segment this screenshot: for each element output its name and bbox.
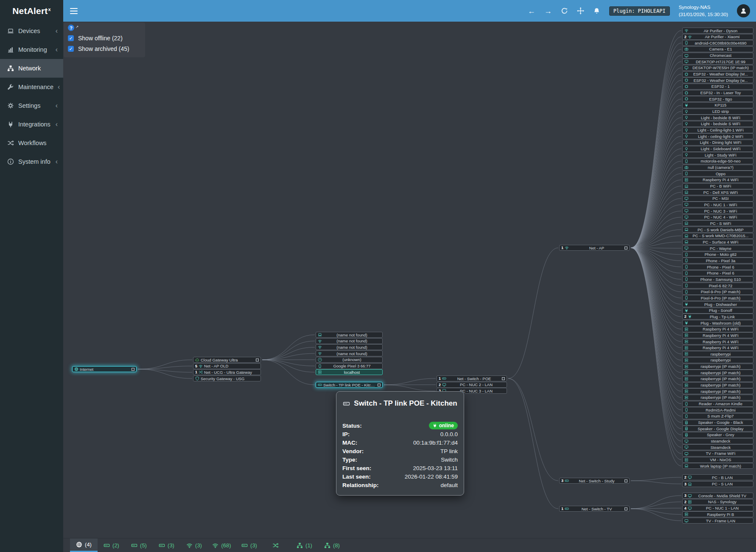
graph-node-wifi-devices-12[interactable]: KP115 [682,102,753,108]
graph-node-wifi-devices-49[interactable]: Raspberry Pi 4 WiFi [682,332,753,338]
graph-node-wifi-devices-59[interactable]: raspberrypi (IP match) [682,395,753,401]
graph-node-wifi-devices-15[interactable]: Light - bedside S WiFi [682,121,753,127]
graph-node-console[interactable]: 3Console - Nvidia Shield TV [682,493,753,499]
graph-node-wifi-devices-68[interactable]: TV - Frame WiFi [682,451,753,457]
graph-node-wifi-devices-2[interactable]: android-C8C08b93c00e4690 [682,40,753,46]
sidebar-item-settings[interactable]: Settings ‹ [0,96,63,115]
graph-node-ucg[interactable]: 1Net - UCG - Ultra Gateway [193,369,261,375]
graph-node-wifi-devices-21[interactable]: motorola-edge-50-neo [682,158,753,164]
graph-node-wifi-devices-63[interactable]: Speaker - Google - Black [682,420,753,426]
graph-node-usg[interactable]: Security Gateway - USG [193,375,261,381]
graph-node-wifi-devices-55[interactable]: raspberrypi (IP match) [682,370,753,375]
graph-node-cloud-gw[interactable]: Cloud Gateway Ultra [193,357,261,363]
graph-node-rpi-b[interactable]: Raspberry Pi B [682,511,753,517]
sidebar-item-monitoring[interactable]: Monitoring ‹ [0,40,63,59]
graph-node-wifi-devices-25[interactable]: PC - B WiFi [682,183,753,189]
graph-node-wifi-devices-39[interactable]: Phone - Pixel 6 [682,270,753,276]
graph-node-wifi-devices-64[interactable]: Speaker - Google Display [682,426,753,432]
graph-node-nnf1[interactable]: (name not found) [316,332,383,338]
graph-node-ap-old[interactable]: 5Net - AP OLD [193,363,261,369]
graph-node-gpixel[interactable]: Google Pixel 3 66:77 [316,363,383,369]
graph-node-wifi-devices-31[interactable]: PC - S WiFi [682,220,753,226]
tab-router-1[interactable]: (2) [98,538,125,552]
graph-node-sw-study[interactable]: 3Net - Switch - Study [559,478,630,484]
graph-node-wifi-devices-11[interactable]: ESP32 - ttgo [682,96,753,102]
graph-node-sw-poe[interactable]: 1Net - Switch - POE [437,375,507,381]
sidebar-toggle-button[interactable] [63,0,84,22]
show-offline-checkbox[interactable]: ✓ Show offline (22) [68,35,141,42]
graph-node-tv-frame-lan[interactable]: TV - Frame LAN [682,518,753,524]
graph-node-wifi-devices-70[interactable]: Work laptop (IP match) [682,463,753,469]
graph-node-wifi-devices-14[interactable]: Light - bedside B WiFi [682,115,753,120]
graph-node-wifi-devices-44[interactable]: Plug - Dishwasher [682,301,753,307]
help-icon[interactable]: ? [68,25,74,31]
graph-node-wifi-devices-41[interactable]: Pixel-6 82:72 [682,283,753,289]
sidebar-item-network[interactable]: Network [0,59,63,78]
graph-node-wifi-devices-33[interactable]: PC - S work MMD-C70B2015... [682,233,753,239]
graph-node-wifi-devices-46[interactable]: 2Plug - Tp-Link [682,314,753,319]
graph-node-nnf4[interactable]: (name not found) [316,350,383,356]
graph-node-wifi-devices-62[interactable]: S mum Z-Flip7 [682,413,753,419]
graph-node-nnf3[interactable]: (name not found) [316,344,383,350]
graph-node-wifi-devices-32[interactable]: PC - S work Daniels-MBP [682,227,753,233]
graph-node-net-ap[interactable]: 1Net - AP [559,245,630,251]
graph-node-pc-s-lan[interactable]: 3PC - S LAN [682,481,753,487]
tab-router-3[interactable]: (3) [153,538,180,552]
graph-node-wifi-devices-36[interactable]: Phone - Moto g82 [682,252,753,258]
sidebar-item-system-info[interactable]: System info ‹ [0,152,63,171]
sidebar-item-devices[interactable]: Devices ‹ [0,22,63,40]
graph-node-wifi-devices-40[interactable]: Phone - Samsung S10 [682,276,753,282]
graph-node-wifi-devices-7[interactable]: ESP32 - Weather Display (M... [682,71,753,77]
tab-wifi-1[interactable]: (3) [180,538,208,552]
graph-node-wifi-devices-4[interactable]: Chromecast [682,53,753,59]
graph-node-wifi-devices-10[interactable]: ESP32 - In - Laser Toy [682,90,753,96]
graph-node-wifi-devices-65[interactable]: Speaker - Grey [682,432,753,438]
graph-node-localhost[interactable]: localhost [316,369,383,375]
node-expand-button[interactable] [624,247,627,249]
graph-node-wifi-devices-42[interactable]: Pixel-9-Pro (IP match) [682,289,753,295]
graph-node-wifi-devices-45[interactable]: Plug - Sonoff [682,308,753,314]
graph-node-wifi-devices-5[interactable]: DESKTOP-H7J17GE 1E:99 [682,59,753,64]
graph-node-wifi-devices-19[interactable]: Light - Sideboard WiFi [682,146,753,152]
graph-node-pc-b-lan[interactable]: 2PC - B LAN [682,474,753,480]
tab-router-2[interactable]: (5) [125,538,153,552]
graph-node-wifi-devices-35[interactable]: PC - Wayne [682,245,753,251]
graph-node-wifi-devices-43[interactable]: Pixel-9-Pro (IP match) [682,295,753,301]
sidebar-item-integrations[interactable]: Integrations ‹ [0,115,63,134]
forward-icon[interactable]: → [544,7,552,15]
graph-node-wifi-devices-34[interactable]: PC - Surface 4 WiFi [682,239,753,245]
graph-node-wifi-devices-67[interactable]: Steamdeck [682,444,753,450]
graph-node-wifi-devices-54[interactable]: raspberrypi (IP match) [682,364,753,370]
graph-node-wifi-devices-52[interactable]: raspberrypi [682,351,753,357]
tab-shuffle[interactable] [263,538,291,552]
node-expand-button[interactable] [132,368,134,371]
refresh-icon[interactable] [561,7,568,14]
graph-node-wifi-devices-57[interactable]: raspberrypi (IP match) [682,382,753,388]
tab-network-2[interactable]: (8) [318,538,346,552]
graph-node-wifi-devices-56[interactable]: raspberrypi (IP match) [682,376,753,382]
graph-node-wifi-devices-69[interactable]: VM - NixOS [682,457,753,463]
graph-node-wifi-devices-24[interactable]: Raspberry Pi 4 WiFi [682,177,753,183]
graph-node-wifi-devices-60[interactable]: Reader - Amazon Kindle [682,401,753,407]
move-icon[interactable] [577,7,584,14]
graph-node-wifi-devices-37[interactable]: Phone - Pixel 3a [682,258,753,263]
graph-node-wifi-devices-30[interactable]: PC - NUC 4 - WiFi [682,214,753,220]
graph-node-wifi-devices-23[interactable]: Oppo [682,171,753,177]
graph-node-wifi-devices-61[interactable]: RedmiSA-Redmi [682,407,753,413]
graph-node-nuc1-lan[interactable]: 4PC - NUC 1 - LAN [682,505,753,511]
graph-node-wifi-devices-38[interactable]: Phone - Pixel 6 [682,264,753,270]
graph-node-wifi-devices-29[interactable]: PC - NUC 3 - WiFi [682,208,753,214]
node-expand-button[interactable] [624,507,627,510]
graph-node-wifi-devices-51[interactable]: Raspberry Pi 4 WiFi [682,345,753,351]
node-expand-button[interactable] [502,377,505,380]
tab-network-1[interactable]: (1) [291,538,318,552]
graph-node-wifi-devices-8[interactable]: ESP32 - Weather Display (w... [682,77,753,83]
graph-node-wifi-devices-48[interactable]: Raspberry Pi 4 WiFi [682,326,753,332]
tab-wifi-2[interactable]: (68) [208,538,235,552]
graph-node-nnf2[interactable]: (name not found) [316,338,383,344]
graph-node-wifi-devices-6[interactable]: DESKTOP-W7E55H (IP match) [682,65,753,71]
graph-node-wifi-devices-0[interactable]: Air Purifier - Dyson [682,28,753,34]
graph-node-wifi-devices-22[interactable]: null (camera?) [682,165,753,171]
external-link-icon[interactable]: ↗ [76,25,79,29]
graph-node-nuc2[interactable]: 2PC - NUC 2 - LAN [437,382,507,388]
